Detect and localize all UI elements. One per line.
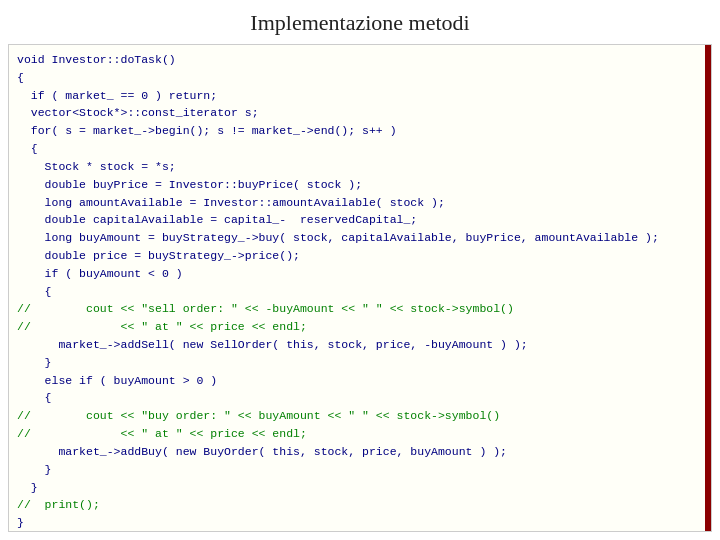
- page: Implementazione metodi void Investor::do…: [0, 0, 720, 540]
- code-block: void Investor::doTask() { if ( market_ =…: [17, 51, 703, 532]
- code-container: void Investor::doTask() { if ( market_ =…: [8, 44, 712, 532]
- page-title: Implementazione metodi: [0, 0, 720, 44]
- accent-bar: [705, 45, 711, 531]
